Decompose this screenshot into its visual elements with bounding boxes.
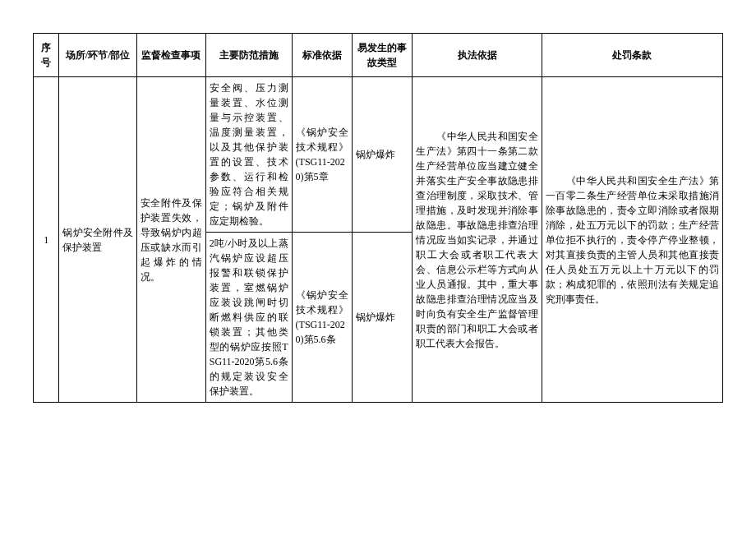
header-accident: 易发生的事故类型 — [353, 34, 413, 77]
cell-place: 锅炉安全附件及保护装置 — [59, 77, 136, 403]
header-seq: 序号 — [34, 34, 59, 77]
regulation-table: 序号 场所/环节/部位 监督检查事项 主要防范措施 标准依据 易发生的事故类型 … — [33, 33, 723, 403]
cell-law: 《中华人民共和国安全生产法》第四十一条第二款生产经营单位应当建立健全并落实生产安… — [413, 77, 542, 403]
table-header-row: 序号 场所/环节/部位 监督检查事项 主要防范措施 标准依据 易发生的事故类型 … — [34, 34, 723, 77]
cell-penalty: 《中华人民共和国安全生产法》第一百零二条生产经营单位未采取措施消除事故隐患的，责… — [542, 77, 722, 403]
table-row: 1 锅炉安全附件及保护装置 安全附件及保护装置失效，导致锅炉内超压或缺水而引起爆… — [34, 77, 723, 233]
header-check: 监督检查事项 — [136, 34, 205, 77]
cell-accident-1: 锅炉爆炸 — [353, 77, 413, 233]
cell-basis-1: 《锅炉安全技术规程》(TSG11-2020)第5章 — [292, 77, 352, 233]
cell-measure-1: 安全阀、压力测量装置、水位测量与示控装置、温度测量装置，以及其他保护装置的设置、… — [205, 77, 292, 233]
cell-check: 安全附件及保护装置失效，导致锅炉内超压或缺水而引起爆炸的情况。 — [136, 77, 205, 403]
header-penalty: 处罚条款 — [542, 34, 722, 77]
header-basis: 标准依据 — [292, 34, 352, 77]
cell-accident-2: 锅炉爆炸 — [353, 233, 413, 403]
header-measure: 主要防范措施 — [205, 34, 292, 77]
header-place: 场所/环节/部位 — [59, 34, 136, 77]
header-law: 执法依据 — [413, 34, 542, 77]
cell-seq: 1 — [34, 77, 59, 403]
cell-basis-2: 《锅炉安全技术规程》(TSG11-2020)第5.6条 — [292, 233, 352, 403]
cell-measure-2: 2吨/小时及以上蒸汽锅炉应设超压报警和联锁保护装置，室燃锅炉应装设跳闸时切断燃料… — [205, 233, 292, 403]
